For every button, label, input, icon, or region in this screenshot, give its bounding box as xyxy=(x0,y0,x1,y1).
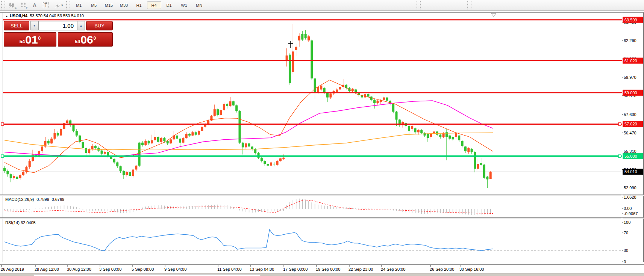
time-label: 28 Aug 12:00 xyxy=(35,267,59,271)
sell-button[interactable]: SELL xyxy=(4,21,29,30)
y-tick-label: 56.470 xyxy=(624,131,636,135)
rsi-scale-label: 0 xyxy=(624,259,626,264)
price-badge-label: 61.020 xyxy=(624,59,637,63)
y-tick-label: 57.630 xyxy=(624,112,636,117)
price-badge-label: 59.000 xyxy=(624,90,637,95)
timeframe-button-H1[interactable]: H1 xyxy=(132,2,146,9)
volume-stepper: ▼ ▲ xyxy=(30,21,85,30)
macd-scale-label: -0.9067 xyxy=(624,211,638,216)
trading-platform-window: E F A T ▾ M1M5M15M30H1H4D1W1MN xyxy=(0,0,644,276)
ohlc-values: 53.570 54.040 53.550 54.010 xyxy=(30,14,84,18)
macd-scale-label: 1.6628 xyxy=(624,195,636,199)
level-handle xyxy=(618,123,621,125)
candlestick-pattern-icon[interactable]: E xyxy=(6,1,18,10)
y-tick-label: 52.990 xyxy=(624,186,636,190)
timeframe-button-M30[interactable]: M30 xyxy=(117,2,131,9)
time-label: 5 Sep 08:00 xyxy=(132,267,154,271)
timeframe-button-M5[interactable]: M5 xyxy=(87,2,101,9)
buy-button[interactable]: BUY xyxy=(86,21,113,30)
toolbar-grip[interactable] xyxy=(1,1,5,9)
text-box-icon[interactable]: T xyxy=(40,1,52,10)
time-label: 22 Sep 23:00 xyxy=(349,267,373,271)
rsi-scale-label: 30 xyxy=(624,248,628,253)
timeframe-button-M15[interactable]: M15 xyxy=(102,2,116,9)
volume-decrease-button[interactable]: ▼ xyxy=(30,21,38,30)
ma-fast-red xyxy=(5,80,493,173)
chart-window: 63.45062.29061.13059.97058.81057.63056.4… xyxy=(0,11,644,276)
price-badge-label: 54.010 xyxy=(624,169,637,174)
arrows-style-icon[interactable] xyxy=(52,1,63,10)
volume-input[interactable] xyxy=(38,21,77,30)
macd-scale-label: 0.00 xyxy=(624,206,632,211)
rsi-scale-label: 70 xyxy=(624,231,628,235)
time-label: 11 Sep 04:00 xyxy=(217,267,242,271)
chart-symbol-title: ▲USOil,H4 53.570 54.040 53.550 54.010 xyxy=(5,14,84,18)
price-badge-label: 57.020 xyxy=(624,122,637,126)
toolbar-grip-4[interactable] xyxy=(467,1,471,9)
chart-canvas[interactable]: 63.45062.29061.13059.97058.81057.63056.4… xyxy=(0,11,644,276)
y-tick-label: 62.290 xyxy=(624,38,636,43)
time-label: 9 Sep 04:00 xyxy=(164,267,186,271)
timeframe-button-D1[interactable]: D1 xyxy=(162,2,176,9)
rsi-scale-label: 100 xyxy=(624,220,630,225)
rsi-line xyxy=(5,229,493,250)
toolbar-grip-3[interactable] xyxy=(417,1,421,9)
time-label: 26 Aug 2019 xyxy=(1,267,24,271)
timeframe-button-MN[interactable]: MN xyxy=(192,2,206,9)
level-handle xyxy=(1,123,4,125)
macd-indicator-label: MACD(12,26,9) -0.7899 -0.6769 xyxy=(5,197,64,202)
timeframe-button-H4[interactable]: H4 xyxy=(147,2,161,9)
rsi-indicator-label: RSI(14) 32.0405 xyxy=(5,220,36,225)
time-label: 30 Sep 16:00 xyxy=(459,267,484,271)
price-badge-label: 55.000 xyxy=(624,154,637,158)
one-click-trading-panel: SELL ▼ ▲ BUY 54 01 0 54 06 0 xyxy=(4,21,114,47)
time-label: 19 Sep 00:00 xyxy=(316,267,340,271)
buy-price-display[interactable]: 54 06 0 xyxy=(58,32,113,47)
timeframe-buttons: M1M5M15M30H1H4D1W1MN xyxy=(71,2,207,9)
toolbar-grip-2[interactable] xyxy=(66,1,70,9)
time-label: 13 Sep 04:00 xyxy=(250,267,274,271)
time-label: 26 Sep 20:00 xyxy=(430,267,454,271)
toolbar: E F A T ▾ M1M5M15M30H1H4D1W1MN xyxy=(0,0,644,11)
grid-icon[interactable]: F xyxy=(18,1,29,10)
arrows-glyph xyxy=(54,2,60,8)
y-tick-label: 59.970 xyxy=(624,75,636,80)
sell-price-display[interactable]: 54 01 0 xyxy=(4,32,56,47)
time-label: 24 Sep 20:00 xyxy=(381,267,405,271)
price-badge-label: 63.599 xyxy=(624,18,637,22)
level-handle xyxy=(1,155,4,157)
level-handle xyxy=(618,155,621,157)
macd-signal-line xyxy=(5,200,493,213)
chart-shift-marker xyxy=(491,14,496,17)
time-label: 3 Sep 08:00 xyxy=(99,267,121,271)
macd-histogram xyxy=(5,199,491,215)
time-label: 17 Sep 00:00 xyxy=(283,267,308,271)
time-label: 30 Aug 12:00 xyxy=(67,267,91,271)
symbol-direction-icon: ▲ xyxy=(5,15,8,18)
candles-layer xyxy=(3,24,492,188)
grid-glyph xyxy=(20,2,26,8)
timeframe-button-W1[interactable]: W1 xyxy=(177,2,191,9)
timeframe-button-M1[interactable]: M1 xyxy=(72,2,86,9)
status-inset xyxy=(34,274,260,276)
cross-marker-icon xyxy=(288,41,293,48)
volume-increase-button[interactable]: ▲ xyxy=(77,21,85,30)
text-label-icon[interactable]: A xyxy=(29,1,40,10)
y-tick-label: 55.310 xyxy=(624,149,636,154)
status-strip xyxy=(0,273,644,276)
